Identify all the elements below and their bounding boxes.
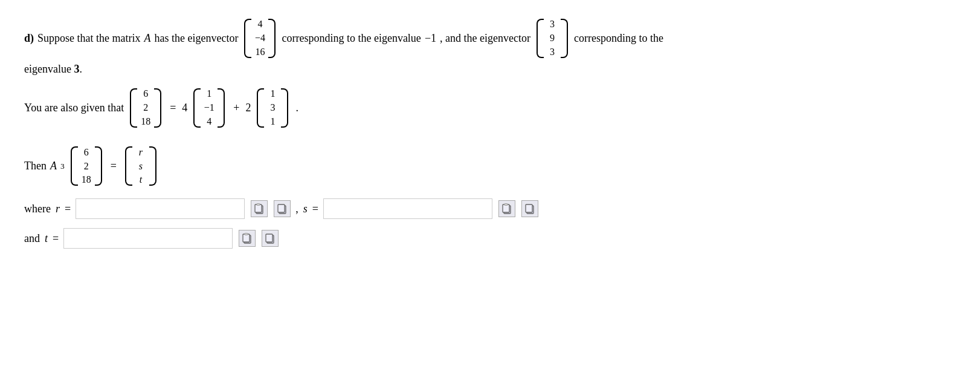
svg-rect-1 [255,204,262,212]
a-superscript: 3 [60,162,65,171]
svg-rect-6 [503,204,509,212]
r-input[interactable] [76,198,245,219]
matrix-a-label: A [144,32,151,45]
equals-r: = [65,203,71,215]
s-input[interactable] [323,198,492,219]
then-section: Then A3 6 2 18 = r s t [24,146,956,186]
paste-icon-s [502,203,512,214]
scalar2: 2 [245,102,251,114]
sentence-mid1: has the eigenvector [155,32,239,45]
vec3: 1 3 1 [257,88,288,128]
vec-given: 6 2 18 [130,88,161,128]
paste-icon-t [242,233,252,244]
sentence-start: Suppose that the matrix [37,32,140,45]
sentence-end: corresponding to the [574,32,663,45]
eigenvec2: 3 9 3 [537,18,568,58]
scalar1: 4 [182,102,187,114]
then-label: Then [24,160,47,172]
r-copy-button[interactable] [274,200,291,217]
and-label: and [24,232,40,245]
s-paste-button[interactable] [498,200,515,217]
copy-icon [277,203,287,214]
vec-then: 6 2 18 [71,146,102,186]
given-label: You are also given that [24,102,124,114]
dot: . [295,102,298,114]
equals-s: = [312,203,318,215]
vec2: 1 −1 4 [193,88,225,128]
comma: , [295,203,298,215]
s-label: s [303,203,308,215]
eigenvalue1: −1 [425,32,436,45]
a-label: A [50,160,57,172]
copy-icon-s [525,203,535,214]
copy-icon-t [265,233,275,244]
where-label: where [24,203,51,215]
svg-rect-11 [243,234,250,242]
svg-rect-12 [245,234,248,235]
sentence-mid3: , and the eigenvector [440,32,530,45]
equals-sign: = [170,102,176,114]
vec-result: r s t [125,146,156,186]
part-d-section: d) Suppose that the matrix A has the eig… [24,18,956,58]
sentence-mid2: corresponding to the eigenvalue [282,32,421,45]
where-section: where r = , s = [24,198,956,219]
t-copy-button[interactable] [262,230,279,247]
given-section: You are also given that 6 2 18 = 4 1 −1 … [24,88,956,128]
paste-icon [254,203,264,214]
svg-rect-14 [266,234,272,242]
svg-rect-4 [278,204,285,212]
eigenvalue-line2: eigenvalue 3. [24,63,956,76]
t-paste-button[interactable] [239,230,256,247]
s-copy-button[interactable] [521,200,538,217]
svg-rect-2 [257,204,260,206]
equals-t: = [53,232,59,245]
part-d-label: d) [24,32,34,45]
eigenvec1: 4 −4 16 [244,18,276,58]
svg-rect-9 [526,204,532,212]
eigenvalue-label: eigenvalue [24,63,71,75]
plus-sign: + [233,102,239,114]
and-section: and t = [24,228,956,249]
t-input[interactable] [63,228,233,249]
svg-rect-7 [505,204,508,206]
equals2-sign: = [111,160,117,172]
r-label: r [56,203,60,215]
r-paste-button[interactable] [251,200,268,217]
t-label: t [45,232,48,245]
